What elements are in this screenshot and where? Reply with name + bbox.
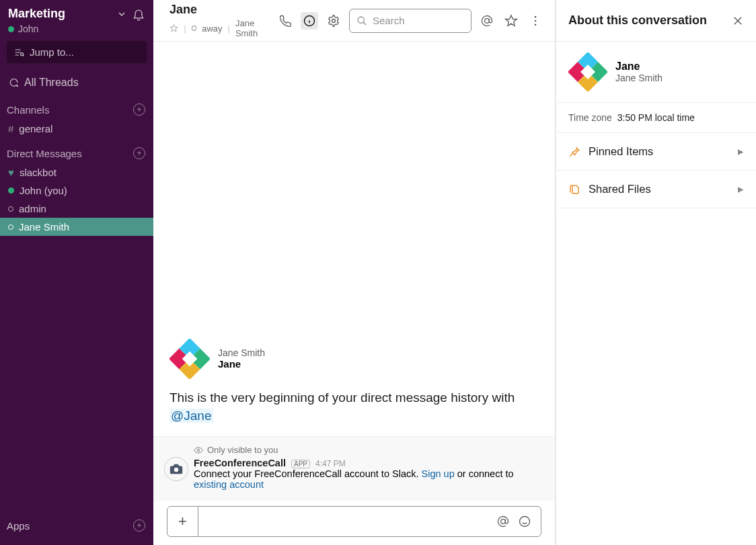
topbar: Jane | away | Jane Smith Search [153,0,555,42]
current-user[interactable]: John [0,24,153,41]
svg-point-6 [535,19,537,22]
at-icon [480,14,494,28]
shared-files[interactable]: Shared Files ▸ [556,171,756,208]
more-vertical-icon [529,14,542,28]
profile-display-name: Jane [218,358,265,370]
at-icon[interactable] [496,515,510,528]
about-panel: About this conversation Jane Jane Smith … [556,0,756,545]
phone-icon [278,14,292,28]
chevron-down-icon [118,11,125,17]
main-column: Jane | away | Jane Smith Search [153,0,556,545]
star-icon [504,14,518,28]
current-user-name: John [18,24,38,34]
app-sender: FreeConferenceCall [194,458,286,468]
star-icon[interactable] [169,24,178,33]
threads-icon [8,77,19,88]
svg-point-2 [332,19,336,22]
panel-profile[interactable]: Jane Jane Smith [556,42,756,103]
presence-away-icon [192,26,197,31]
svg-point-4 [485,18,490,23]
user-mention[interactable]: @Jane [169,409,213,423]
call-button[interactable] [276,12,294,30]
heart-icon: ♥ [8,167,14,178]
existing-account-link[interactable]: existing account [194,479,264,490]
svg-point-14 [197,449,200,452]
close-icon[interactable] [732,15,744,27]
presence-away-icon [8,206,13,212]
eye-icon [194,446,203,455]
star-list-button[interactable] [502,12,520,30]
sidebar: Marketing John Jump to... All Threads Ch… [0,0,153,545]
workspace-header[interactable]: Marketing [0,0,153,24]
app-message-body: Connect your FreeConferenceCall account … [194,468,541,490]
more-button[interactable] [527,12,544,30]
svg-point-16 [501,519,506,524]
dm-header[interactable]: Direct Messages + [0,138,153,163]
settings-button[interactable] [325,12,342,30]
svg-point-15 [174,468,178,472]
bell-icon[interactable] [132,7,145,21]
panel-profile-name: Jane [615,60,663,73]
timezone-row: Time zone 3:50 PM local time [556,103,756,133]
presence-dot-icon [8,187,14,194]
conversation-title: Jane [169,3,276,17]
camera-icon [169,462,184,476]
full-name: Jane Smith [235,18,276,38]
add-dm-icon[interactable]: + [133,147,145,159]
jump-to[interactable]: Jump to... [7,41,147,63]
attach-button[interactable]: + [167,507,198,536]
dm-profile-header: Jane Smith Jane [169,339,539,379]
beginning-text: This is the very beginning of your direc… [169,388,539,425]
app-time: 4:47 PM [315,459,346,468]
status-text: away [202,24,222,34]
add-channel-icon[interactable]: + [133,103,145,116]
jump-icon [13,47,24,58]
add-app-icon[interactable]: + [133,519,145,532]
profile-full-name: Jane Smith [218,347,265,358]
avatar [568,52,607,91]
pin-icon [568,146,580,158]
dm-item-admin[interactable]: admin [0,200,153,218]
emoji-icon[interactable] [518,515,531,528]
dm-item-jane[interactable]: Jane Smith [0,218,153,236]
mentions-button[interactable] [478,12,496,30]
dm-item-slackbot[interactable]: ♥ slackbot [0,163,153,181]
pinned-items[interactable]: Pinned Items ▸ [556,133,756,171]
all-threads[interactable]: All Threads [0,71,153,94]
message-composer[interactable]: + [167,506,541,537]
caret-right-icon: ▸ [738,145,744,158]
app-message: Only visible to you FreeConferenceCall A… [153,436,555,501]
panel-title: About this conversation [568,13,707,28]
avatar [169,339,210,379]
channels-header[interactable]: Channels + [0,94,153,120]
apps-header[interactable]: Apps + [0,510,153,545]
svg-point-17 [520,517,530,527]
search-icon [356,15,367,26]
channel-item-general[interactable]: # general [0,120,153,138]
message-area: Jane Smith Jane This is the very beginni… [153,42,555,545]
panel-profile-full: Jane Smith [615,73,663,83]
app-badge: APP [291,460,310,468]
svg-point-7 [535,24,537,26]
gear-icon [327,14,340,28]
app-avatar [164,457,188,481]
caret-right-icon: ▸ [738,183,744,196]
info-button[interactable] [301,12,318,30]
workspace-name: Marketing [8,7,65,21]
search-input[interactable]: Search [349,9,471,33]
svg-point-3 [358,17,364,23]
signup-link[interactable]: Sign up [422,468,455,479]
svg-point-5 [535,15,537,17]
presence-dot-icon [8,26,14,32]
jump-label: Jump to... [30,46,74,58]
hash-icon: # [8,123,13,134]
presence-away-icon [8,224,13,230]
files-icon [568,183,580,196]
dm-item-john[interactable]: John (you) [0,181,153,200]
info-icon [303,14,316,28]
